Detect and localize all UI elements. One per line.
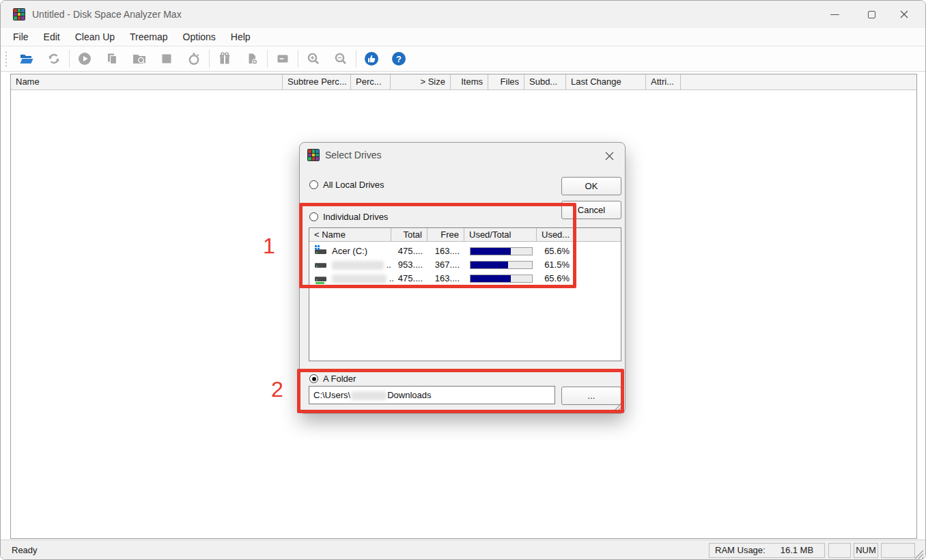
feedback-button[interactable]: [358, 48, 385, 70]
column-header-last-change[interactable]: Last Change: [566, 74, 646, 90]
toolbar-separator: [356, 50, 356, 68]
radio-all-local-drives-label: All Local Drives: [323, 180, 384, 190]
zoom-in-icon: [307, 52, 320, 66]
resume-icon: [78, 52, 92, 66]
column-header-filler: [681, 74, 918, 90]
num-lock-indicator: NUM: [854, 543, 878, 558]
dialog-title: Select Drives: [325, 150, 381, 160]
close-icon: [604, 151, 615, 161]
treemap-gift-button[interactable]: [211, 48, 238, 70]
search-folder-icon: [132, 52, 147, 66]
annotation-number-1: 1: [263, 234, 275, 259]
annotation-box-1: [299, 203, 576, 288]
annotation-box-2: [297, 369, 624, 413]
column-header-items[interactable]: Items: [451, 74, 488, 90]
maximize-button[interactable]: [856, 1, 887, 28]
app-icon: [13, 8, 25, 20]
delete-file-icon: [245, 52, 259, 66]
radio-all-local-drives[interactable]: [309, 180, 318, 189]
ok-button[interactable]: OK: [561, 177, 621, 195]
dialog-title-bar[interactable]: Select Drives: [300, 143, 625, 167]
refresh-button[interactable]: [40, 48, 68, 70]
column-header-percentage[interactable]: Perc...: [351, 74, 391, 90]
copy-button[interactable]: [98, 48, 126, 70]
column-header-subdirs[interactable]: Subd...: [524, 74, 566, 90]
title-bar[interactable]: Untitled - Disk Space Analyzer Max: [1, 1, 925, 28]
copy-icon: [105, 52, 119, 66]
dialog-close-button[interactable]: [602, 148, 617, 163]
toolbar-separator: [69, 50, 70, 68]
menu-treemap[interactable]: Treemap: [122, 29, 176, 44]
stop-icon: [160, 52, 173, 66]
thumbs-up-icon: [364, 51, 379, 66]
ram-usage-value: 16.1 MB: [781, 544, 813, 557]
refresh-icon: [47, 52, 61, 66]
delete-file-button[interactable]: [238, 48, 266, 70]
elapsed-time-icon: [187, 52, 201, 66]
drive-column-filler: [574, 228, 621, 242]
maximize-icon: [868, 11, 875, 18]
open-button[interactable]: [13, 48, 40, 70]
status-panel-spare: [881, 543, 915, 558]
close-button[interactable]: [888, 1, 920, 28]
app-window: Untitled - Disk Space Analyzer Max File …: [0, 0, 926, 560]
zoom-out-button[interactable]: [327, 48, 354, 70]
toolbar-separator: [267, 50, 268, 68]
status-text: Ready: [12, 545, 38, 555]
column-header-subtree-percentage[interactable]: Subtree Perc...: [283, 74, 351, 90]
column-header-files[interactable]: Files: [488, 74, 524, 90]
menu-options[interactable]: Options: [176, 29, 223, 44]
toolbar: ?: [1, 46, 925, 72]
resume-button[interactable]: [71, 48, 98, 70]
column-header-name[interactable]: Name: [11, 74, 283, 90]
menu-clean-up[interactable]: Clean Up: [68, 29, 122, 44]
stop-button[interactable]: [153, 48, 180, 70]
toolbar-gripper[interactable]: [5, 51, 8, 67]
ram-usage-label: RAM Usage:: [715, 544, 766, 557]
dialog-app-icon: [307, 149, 320, 161]
treemap-gift-icon: [218, 52, 232, 66]
menu-edit[interactable]: Edit: [36, 29, 68, 44]
menu-bar: File Edit Clean Up Treemap Options Help: [1, 28, 925, 46]
toolbar-separator: [298, 50, 298, 68]
file-list-header: Name Subtree Perc... Perc... > Size Item…: [11, 74, 916, 90]
column-header-attributes[interactable]: Attri...: [646, 74, 681, 90]
status-bar: Ready RAM Usage: 16.1 MB NUM: [1, 540, 925, 560]
search-folder-button[interactable]: [126, 48, 153, 70]
menu-file[interactable]: File: [5, 29, 36, 44]
open-folder-icon: [19, 52, 34, 66]
svg-text:?: ?: [396, 54, 402, 64]
collapse-button[interactable]: [269, 48, 296, 70]
help-button[interactable]: ?: [385, 48, 412, 70]
column-header-size[interactable]: > Size: [391, 74, 451, 90]
resize-grip-icon[interactable]: [914, 550, 924, 559]
collapse-icon: [276, 52, 290, 66]
zoom-out-icon: [334, 52, 348, 66]
minimize-icon: [830, 14, 839, 15]
window-title: Untitled - Disk Space Analyzer Max: [32, 9, 182, 20]
zoom-in-button[interactable]: [300, 48, 327, 70]
status-panel-spare: [828, 543, 851, 558]
menu-help[interactable]: Help: [223, 29, 258, 44]
minimize-button[interactable]: [819, 1, 850, 28]
elapsed-time-button[interactable]: [180, 48, 208, 70]
toolbar-separator: [209, 50, 210, 68]
annotation-number-2: 2: [271, 377, 283, 402]
help-icon: ?: [391, 51, 406, 66]
close-icon: [899, 10, 909, 19]
ram-usage-panel: RAM Usage: 16.1 MB: [709, 543, 825, 558]
